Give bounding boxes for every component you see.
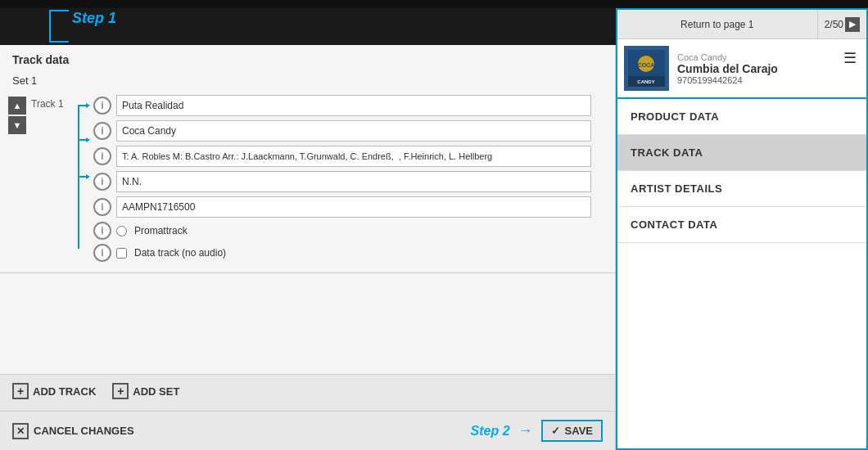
- info-icon-track-name[interactable]: i: [93, 97, 111, 115]
- field-row-artist: i: [93, 120, 607, 142]
- credits-input[interactable]: [116, 146, 591, 167]
- add-track-icon: +: [12, 383, 29, 399]
- track-down-button[interactable]: ▼: [8, 116, 26, 134]
- right-panel: Return to page 1 2/50 ▶ COCA CAND: [616, 8, 868, 450]
- track-controls: ▲ ▼: [8, 97, 26, 136]
- info-icon-nn[interactable]: i: [93, 173, 111, 191]
- add-set-icon: +: [112, 383, 129, 399]
- add-buttons-row: + ADD TRACK + ADD SET: [0, 375, 615, 407]
- set-label: Set 1: [0, 71, 615, 92]
- cancel-label: CANCEL CHANGES: [34, 425, 134, 437]
- add-track-button[interactable]: + ADD TRACK: [12, 383, 96, 399]
- cancel-button[interactable]: ✕ CANCEL CHANGES: [12, 423, 134, 439]
- album-series: Coca Candy: [677, 52, 832, 62]
- add-track-label: ADD TRACK: [33, 385, 96, 398]
- return-to-page-button[interactable]: Return to page 1: [617, 10, 817, 38]
- page-indicator: 2/50 ▶: [817, 10, 866, 38]
- track-data-title: Track data: [0, 45, 615, 71]
- save-area: Step 2 → ✓ SAVE: [471, 420, 603, 442]
- promo-label: Promattrack: [134, 225, 188, 236]
- nav-contact-data-label: CONTACT DATA: [631, 218, 717, 231]
- svg-text:CANDY: CANDY: [637, 79, 654, 84]
- page-info-text: 2/50: [825, 19, 843, 30]
- nav-menu: PRODUCT DATA TRACK DATA ARTIST DETAILS C…: [617, 99, 866, 243]
- nav-item-product-data[interactable]: PRODUCT DATA: [617, 99, 866, 135]
- svg-marker-6: [86, 174, 90, 179]
- album-details: Coca Candy Cumbia del Carajo 97051994426…: [677, 52, 832, 85]
- divider-2: [0, 411, 615, 412]
- nav-item-track-data[interactable]: TRACK DATA: [617, 135, 866, 171]
- track-up-button[interactable]: ▲: [8, 97, 26, 115]
- step1-label: Step 1: [72, 10, 116, 27]
- left-panel: Track data Set 1 ▲ ▼ Track 1: [0, 45, 616, 450]
- field-row-track-name: i: [93, 95, 607, 116]
- album-thumb-inner: COCA CANDY: [624, 46, 669, 91]
- nn-input[interactable]: [116, 171, 591, 192]
- content-area: Track data Set 1 ▲ ▼ Track 1: [0, 45, 868, 450]
- svg-marker-2: [86, 103, 90, 108]
- nav-artist-details-label: ARTIST DETAILS: [631, 182, 722, 195]
- artist-input[interactable]: [116, 120, 591, 142]
- save-button[interactable]: ✓ SAVE: [541, 420, 603, 442]
- info-icon-datatrack[interactable]: i: [93, 244, 111, 262]
- step2-label: Step 2: [471, 424, 510, 439]
- hamburger-icon[interactable]: ☰: [840, 46, 860, 70]
- isrc-input[interactable]: [116, 196, 591, 218]
- field-row-credits: i: [93, 146, 607, 167]
- svg-text:COCA: COCA: [638, 62, 655, 68]
- field-row-promo: i Promattrack: [93, 222, 607, 240]
- field-row-isrc: i: [93, 196, 607, 218]
- return-label: Return to page 1: [680, 19, 753, 30]
- step1-bracket: [49, 10, 69, 43]
- right-top-bar: Return to page 1 2/50 ▶: [617, 10, 866, 39]
- nav-item-contact-data[interactable]: CONTACT DATA: [617, 207, 866, 243]
- field-row-nn: i: [93, 171, 607, 192]
- album-art-svg: COCA CANDY: [624, 46, 669, 91]
- promo-radio[interactable]: [116, 226, 127, 236]
- track-fields-area: i i i i: [75, 95, 607, 266]
- track-area: ▲ ▼ Track 1: [0, 92, 615, 269]
- save-label: SAVE: [565, 425, 593, 437]
- add-set-button[interactable]: + ADD SET: [112, 383, 179, 399]
- info-icon-artist[interactable]: i: [93, 122, 111, 140]
- album-thumbnail: COCA CANDY: [624, 46, 669, 91]
- svg-marker-4: [86, 137, 90, 142]
- top-bar: [0, 0, 868, 8]
- track-label: Track 1: [31, 98, 70, 110]
- nav-item-artist-details[interactable]: ARTIST DETAILS: [617, 171, 866, 207]
- field-row-datatrack: i Data track (no audio): [93, 244, 607, 262]
- info-icon-promo[interactable]: i: [93, 222, 111, 240]
- bracket-svg: [75, 95, 93, 266]
- album-title: Cumbia del Carajo: [677, 62, 832, 75]
- track-name-input[interactable]: [116, 95, 591, 116]
- datatrack-label: Data track (no audio): [134, 247, 226, 259]
- info-icon-credits[interactable]: i: [93, 147, 111, 165]
- info-icon-isrc[interactable]: i: [93, 198, 111, 216]
- cancel-icon: ✕: [12, 423, 29, 439]
- step1-annotation: Step 1: [49, 8, 116, 43]
- save-check-icon: ✓: [551, 425, 560, 437]
- bottom-bar: + ADD TRACK + ADD SET ✕ CANCEL CHANGES S…: [0, 374, 615, 450]
- nav-track-data-label: TRACK DATA: [631, 146, 703, 159]
- nav-product-data-label: PRODUCT DATA: [631, 110, 719, 123]
- cancel-save-row: ✕ CANCEL CHANGES Step 2 → ✓ SAVE: [0, 415, 615, 450]
- album-barcode: 9705199442624: [677, 75, 832, 85]
- add-set-label: ADD SET: [133, 385, 179, 398]
- datatrack-checkbox[interactable]: [116, 248, 127, 259]
- step2-arrow-icon: →: [518, 422, 533, 439]
- divider-1: [0, 272, 615, 273]
- next-page-button[interactable]: ▶: [845, 17, 860, 32]
- album-info-row: COCA CANDY Coca Candy Cumbia del Carajo …: [617, 39, 866, 99]
